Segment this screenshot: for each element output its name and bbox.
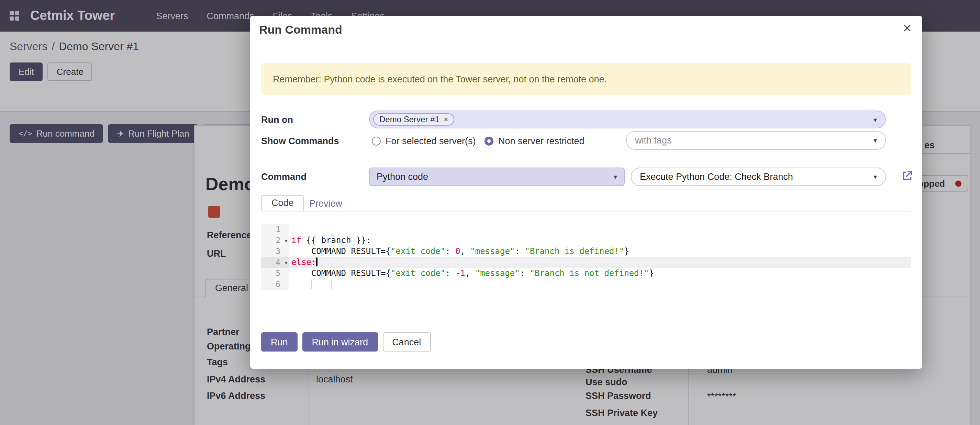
code-line-4[interactable]: else: xyxy=(289,257,911,268)
code-editor[interactable]: 12▾34▾56 if {{ branch }}: COMMAND_RESULT… xyxy=(261,224,911,290)
run-button[interactable]: Run xyxy=(261,332,298,352)
radio-for-selected-servers-label[interactable]: For selected server(s) xyxy=(385,136,476,146)
command-value: Execute Python Code: Check Branch xyxy=(640,172,793,182)
gutter-line-4[interactable]: 4▾ xyxy=(261,257,289,268)
fold-toggle-icon[interactable]: ▾ xyxy=(284,236,288,246)
gutter-line-3[interactable]: 3 xyxy=(261,246,289,257)
with-tags-select[interactable]: with tags ▾ xyxy=(626,131,886,150)
radio-non-server-restricted[interactable] xyxy=(485,136,493,146)
tab-code[interactable]: Code xyxy=(261,195,304,211)
code-line-6[interactable] xyxy=(289,279,911,290)
code-line-2[interactable]: if {{ branch }}: xyxy=(289,235,911,246)
command-type-value: Python code xyxy=(377,172,428,182)
editor-gutter: 12▾34▾56 xyxy=(261,224,289,290)
gutter-line-2[interactable]: 2▾ xyxy=(261,235,289,246)
tab-bar-border xyxy=(261,211,911,211)
server-tag[interactable]: Demo Server #1 × xyxy=(373,113,455,126)
run-on-label: Run on xyxy=(261,115,293,125)
code-line-5[interactable]: COMMAND_RESULT={"exit_code": -1, "messag… xyxy=(289,268,911,279)
chevron-down-icon: ▾ xyxy=(873,116,877,123)
fold-toggle-icon[interactable]: ▾ xyxy=(284,257,288,268)
tab-preview[interactable]: Preview xyxy=(309,198,342,209)
gutter-line-6[interactable]: 6 xyxy=(261,279,289,290)
modal-title: Run Command xyxy=(259,23,342,37)
tag-remove-icon[interactable]: × xyxy=(444,115,449,124)
external-link-icon[interactable] xyxy=(901,170,913,182)
run-in-wizard-button[interactable]: Run in wizard xyxy=(302,332,378,352)
close-icon[interactable]: × xyxy=(903,21,911,35)
with-tags-placeholder: with tags xyxy=(635,135,672,146)
cancel-button[interactable]: Cancel xyxy=(382,332,431,352)
gutter-line-5[interactable]: 5 xyxy=(261,268,289,279)
text-cursor xyxy=(316,257,317,266)
command-label: Command xyxy=(261,172,307,182)
python-warning-banner: Remember: Python code is executed on the… xyxy=(261,63,911,95)
chevron-down-icon: ▾ xyxy=(614,173,617,181)
server-tag-label: Demo Server #1 xyxy=(379,115,439,124)
code-line-3[interactable]: COMMAND_RESULT={"exit_code": 0, "message… xyxy=(289,246,911,257)
show-commands-label: Show Commands xyxy=(261,136,339,146)
chevron-down-icon: ▾ xyxy=(873,173,877,181)
radio-non-server-restricted-label[interactable]: Non server restricted xyxy=(498,136,584,146)
screen: Cetmix Tower ServersCommandsFilesToolsSe… xyxy=(0,0,980,425)
code-line-1[interactable] xyxy=(289,224,911,235)
command-type-select[interactable]: Python code ▾ xyxy=(369,168,625,186)
command-select[interactable]: Execute Python Code: Check Branch ▾ xyxy=(631,168,886,186)
gutter-line-1[interactable]: 1 xyxy=(261,224,289,235)
editor-code: if {{ branch }}: COMMAND_RESULT={"exit_c… xyxy=(289,224,911,290)
run-on-field[interactable]: Demo Server #1 × ▾ xyxy=(369,111,886,128)
radio-for-selected-servers[interactable] xyxy=(372,136,381,146)
chevron-down-icon: ▾ xyxy=(873,136,877,144)
run-command-modal: Run Command × Remember: Python code is e… xyxy=(250,16,922,369)
